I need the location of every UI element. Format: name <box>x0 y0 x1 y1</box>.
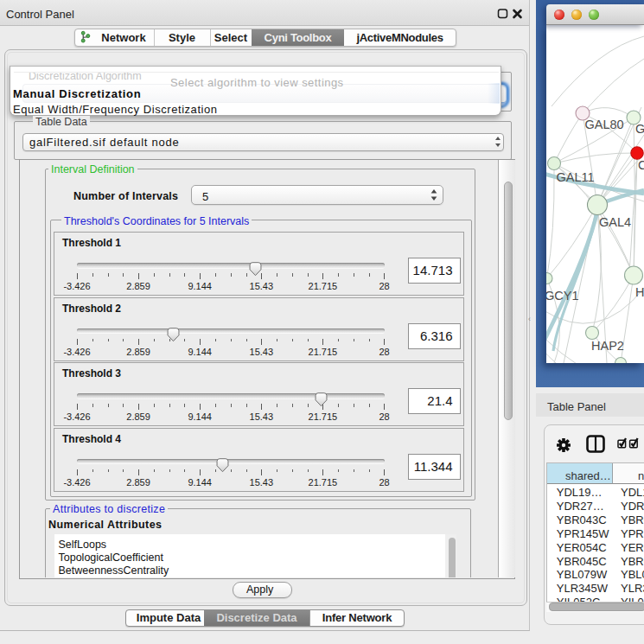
svg-text:GAL80: GAL80 <box>585 118 624 131</box>
svg-text:GCY1: GCY1 <box>546 289 579 303</box>
svg-text:GAL11: GAL11 <box>557 170 595 184</box>
svg-text:HAP2: HAP2 <box>591 339 624 353</box>
svg-text:C: C <box>638 158 644 172</box>
svg-text:GAL4: GAL4 <box>599 215 631 229</box>
svg-text:GA: GA <box>635 122 644 136</box>
svg-text:H: H <box>635 285 644 299</box>
